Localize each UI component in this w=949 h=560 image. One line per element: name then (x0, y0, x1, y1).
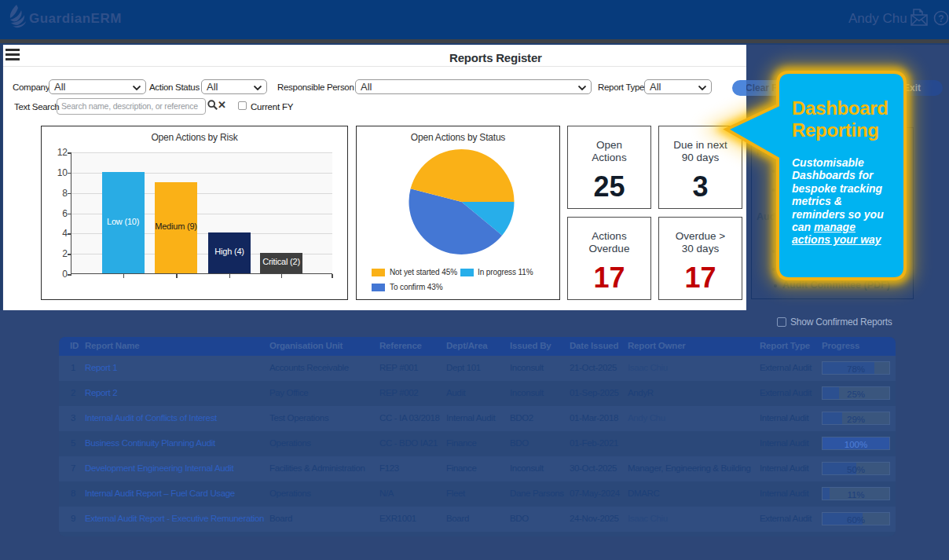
svg-text:?: ? (938, 13, 944, 24)
